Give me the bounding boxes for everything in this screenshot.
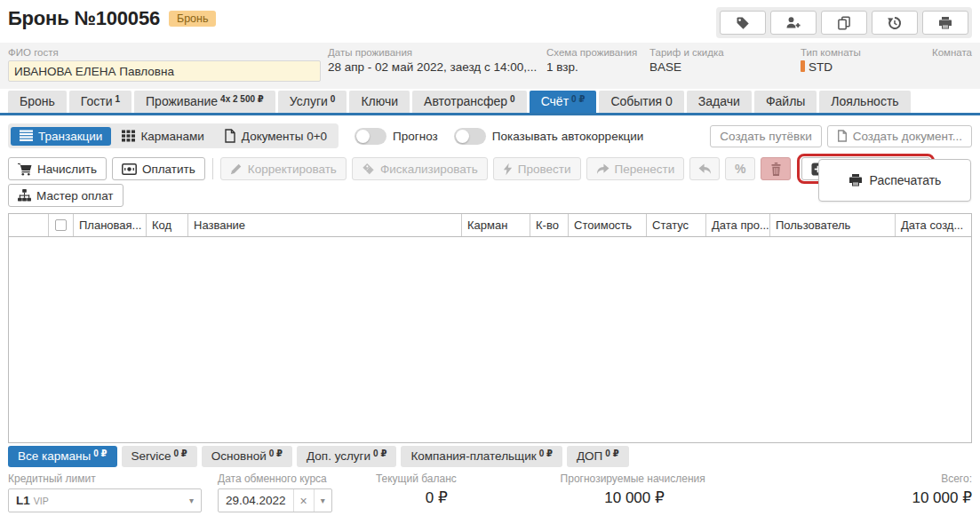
tab-events[interactable]: События 0 xyxy=(599,91,683,113)
segment-transactions[interactable]: Транзакции xyxy=(11,127,111,146)
tariff-label: Тариф и скидка xyxy=(649,47,801,58)
undo-icon xyxy=(698,163,712,175)
booking-tabs: Бронь Гости1 Проживание4x 2 500 ₽ Услуги… xyxy=(0,91,980,115)
autocorrections-toggle[interactable]: Показывать автокоррекции xyxy=(454,128,644,145)
charge-button[interactable]: Начислить xyxy=(8,157,107,180)
sitemap-icon xyxy=(18,189,31,202)
transactions-table-body xyxy=(9,237,971,442)
title-action-bar xyxy=(716,7,972,38)
pocket-service[interactable]: Service0 ₽ xyxy=(122,446,197,467)
total-value: 10 000 ₽ xyxy=(705,488,972,507)
tab-booking[interactable]: Бронь xyxy=(8,91,67,113)
current-balance-label: Текущий баланс xyxy=(332,472,457,485)
segment-pockets[interactable]: Карманами xyxy=(113,127,212,146)
fiscalize-button[interactable]: Фискализировать xyxy=(352,157,488,180)
column-name[interactable]: Название xyxy=(188,214,462,236)
clear-date-icon[interactable]: × xyxy=(293,489,314,512)
tab-loyalty[interactable]: Лояльность xyxy=(819,91,910,113)
exchange-date-input[interactable]: 29.04.2022 × ▾ xyxy=(218,488,332,512)
trash-icon xyxy=(770,163,782,176)
column-user[interactable]: Пользователь xyxy=(770,214,896,236)
segment-documents[interactable]: Документы 0+0 xyxy=(215,126,336,146)
guest-name-label: ФИО гостя xyxy=(8,47,328,58)
tab-guests[interactable]: Гости1 xyxy=(69,91,131,113)
print-receipt-button[interactable]: Распечатать xyxy=(818,159,971,202)
payment-master-button[interactable]: Мастер оплат xyxy=(8,184,123,207)
transactions-toolbar: Начислить Оплатить Корректировать Фискал… xyxy=(8,157,972,207)
title-row: Бронь №100056 Бронь xyxy=(0,0,980,43)
select-all-checkbox[interactable] xyxy=(55,219,67,231)
column-post-date[interactable]: Дата про... xyxy=(706,214,770,236)
pocket-company-payer[interactable]: Компания-плательщик0 ₽ xyxy=(401,446,562,467)
status-badge: Бронь xyxy=(169,11,217,27)
credit-limit-select[interactable]: L1 VIP ▾ xyxy=(8,488,202,512)
pencil-icon xyxy=(230,163,243,175)
chevron-down-icon[interactable]: ▾ xyxy=(314,489,331,512)
document-icon xyxy=(837,130,848,142)
column-planned-date[interactable]: Плановая... xyxy=(74,214,147,236)
user-plus-icon xyxy=(786,16,801,30)
booking-info-bar: ФИО гостя Даты проживания 28 апр - 02 ма… xyxy=(0,43,980,89)
view-bar: Транзакции Карманами Документы 0+0 Прогн… xyxy=(8,123,972,149)
post-button[interactable]: Провести xyxy=(493,157,581,180)
forecast-label: Прогнозируемые начисления xyxy=(483,472,705,485)
autocorrections-toggle-switch[interactable] xyxy=(454,128,486,145)
list-icon xyxy=(20,130,33,142)
tab-services[interactable]: Услуги0 xyxy=(278,91,347,113)
room-type-label: Тип комнаты xyxy=(801,47,916,58)
transfer-button[interactable]: Перенести xyxy=(586,157,685,180)
tab-accommodation[interactable]: Проживание4x 2 500 ₽ xyxy=(134,91,275,113)
forecast-value: 10 000 ₽ xyxy=(483,488,705,507)
column-quantity[interactable]: К-во xyxy=(530,214,569,236)
tab-files[interactable]: Файлы xyxy=(754,91,817,113)
room-type-value: STD xyxy=(801,60,916,74)
tab-autotransfer[interactable]: Автотрансфер0 xyxy=(412,91,527,113)
lightning-icon xyxy=(503,163,513,176)
pocket-main[interactable]: Основной0 ₽ xyxy=(202,446,292,467)
occupancy-scheme-value: 1 взр. xyxy=(546,60,649,74)
history-button[interactable] xyxy=(872,11,918,35)
tab-account[interactable]: Счёт0 ₽ xyxy=(530,91,597,113)
pocket-extra-services[interactable]: Доп. услуги0 ₽ xyxy=(297,446,396,467)
pay-button[interactable]: Оплатить xyxy=(112,157,205,180)
exchange-date-value[interactable]: 29.04.2022 xyxy=(219,489,293,512)
room-label: Комната xyxy=(932,47,972,58)
pocket-dop[interactable]: ДОП0 ₽ xyxy=(567,446,629,467)
create-document-button[interactable]: Создать документ... xyxy=(827,125,972,147)
forecast-block: Прогнозируемые начисления 10 000 ₽ xyxy=(483,472,705,512)
percent-button[interactable]: % xyxy=(725,157,755,180)
tab-keys[interactable]: Ключи xyxy=(349,91,410,113)
column-status[interactable]: Статус xyxy=(647,214,706,236)
column-cost[interactable]: Стоимость xyxy=(569,214,647,236)
copy-button[interactable] xyxy=(821,11,867,35)
account-footer: Кредитный лимит L1 VIP ▾ Дата обменного … xyxy=(8,472,972,512)
stay-dates-label: Даты проживания xyxy=(328,47,546,58)
add-guest-button[interactable] xyxy=(770,11,817,35)
current-balance-block: Текущий баланс 0 ₽ xyxy=(332,472,457,512)
undo-button[interactable] xyxy=(689,157,720,180)
column-create-date[interactable]: Дата созд... xyxy=(896,214,971,236)
banknote-icon xyxy=(122,163,137,175)
transactions-table-header: Плановая... Код Название Карман К-во Сто… xyxy=(9,214,971,237)
guest-name-input[interactable] xyxy=(8,60,321,82)
correct-button[interactable]: Корректировать xyxy=(220,157,347,180)
toolbar-divider xyxy=(212,158,213,179)
total-block: Всего: 10 000 ₽ xyxy=(705,472,972,512)
pocket-all[interactable]: Все карманы0 ₽ xyxy=(8,446,117,467)
tab-tasks[interactable]: Задачи xyxy=(687,91,752,113)
forecast-toggle-switch[interactable] xyxy=(355,128,386,145)
room-type-color-marker xyxy=(801,60,805,72)
print-button[interactable] xyxy=(922,11,968,35)
exchange-date-field: Дата обменного курса 29.04.2022 × ▾ xyxy=(218,472,332,512)
column-pocket[interactable]: Карман xyxy=(462,214,530,236)
credit-limit-label: Кредитный лимит xyxy=(8,472,202,485)
forecast-toggle[interactable]: Прогноз xyxy=(355,128,438,145)
arrow-forward-icon xyxy=(596,163,610,175)
column-code[interactable]: Код xyxy=(147,214,188,236)
create-vouchers-button[interactable]: Создать путёвки xyxy=(710,125,821,147)
stay-dates-value: 28 апр - 02 май 2022, заезд с 14:00,... xyxy=(328,60,546,74)
tag-button[interactable] xyxy=(720,11,766,35)
delete-button[interactable] xyxy=(761,157,791,180)
view-mode-switcher: Транзакции Карманами Документы 0+0 xyxy=(8,123,339,148)
tariff-value: BASE xyxy=(649,60,801,74)
